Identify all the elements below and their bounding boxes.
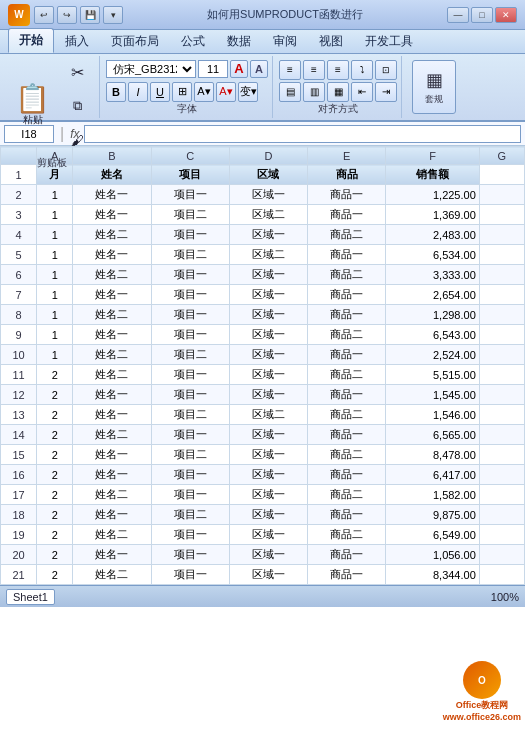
cell-g8[interactable] [479, 305, 524, 325]
cell-a13[interactable]: 2 [37, 405, 73, 425]
cell-c15[interactable]: 项目二 [151, 445, 229, 465]
ribbon-tab-数据[interactable]: 数据 [216, 29, 262, 53]
cell-f8[interactable]: 1,298.00 [386, 305, 479, 325]
cell-e3[interactable]: 商品一 [308, 205, 386, 225]
row-number[interactable]: 3 [1, 205, 37, 225]
cell-c21[interactable]: 项目一 [151, 565, 229, 585]
border-button[interactable]: ⊞ [172, 82, 192, 102]
cell-g3[interactable] [479, 205, 524, 225]
cell-f20[interactable]: 1,056.00 [386, 545, 479, 565]
cell-c4[interactable]: 项目一 [151, 225, 229, 245]
cell-c13[interactable]: 项目二 [151, 405, 229, 425]
cell-c19[interactable]: 项目一 [151, 525, 229, 545]
cell-c2[interactable]: 项目一 [151, 185, 229, 205]
cell-f4[interactable]: 2,483.00 [386, 225, 479, 245]
row-number[interactable]: 6 [1, 265, 37, 285]
cell-c20[interactable]: 项目一 [151, 545, 229, 565]
cell-e8[interactable]: 商品一 [308, 305, 386, 325]
cell-b6[interactable]: 姓名二 [73, 265, 151, 285]
cell-c16[interactable]: 项目一 [151, 465, 229, 485]
cut-button[interactable]: ✂ [59, 56, 95, 88]
cell-a16[interactable]: 2 [37, 465, 73, 485]
cell-b19[interactable]: 姓名二 [73, 525, 151, 545]
cell-e2[interactable]: 商品一 [308, 185, 386, 205]
cell-e19[interactable]: 商品二 [308, 525, 386, 545]
row-number[interactable]: 7 [1, 285, 37, 305]
cell-f6[interactable]: 3,333.00 [386, 265, 479, 285]
row-number[interactable]: 13 [1, 405, 37, 425]
cell-f16[interactable]: 6,417.00 [386, 465, 479, 485]
cell-c6[interactable]: 项目一 [151, 265, 229, 285]
cell-e10[interactable]: 商品一 [308, 345, 386, 365]
cell-c17[interactable]: 项目一 [151, 485, 229, 505]
cell-g1[interactable] [479, 165, 524, 185]
cell-c3[interactable]: 项目二 [151, 205, 229, 225]
cell-f11[interactable]: 5,515.00 [386, 365, 479, 385]
cell-e18[interactable]: 商品一 [308, 505, 386, 525]
font-family-select[interactable]: 仿宋_GB2312 [106, 60, 196, 78]
row-number[interactable]: 17 [1, 485, 37, 505]
sheet-tab[interactable]: Sheet1 [6, 589, 55, 605]
col-header-d[interactable]: D [229, 147, 307, 165]
col-header-g[interactable]: G [479, 147, 524, 165]
row-number[interactable]: 20 [1, 545, 37, 565]
cell-b4[interactable]: 姓名二 [73, 225, 151, 245]
cell-b8[interactable]: 姓名二 [73, 305, 151, 325]
cell-g12[interactable] [479, 385, 524, 405]
formula-input[interactable] [84, 125, 522, 143]
align-top-right-button[interactable]: ≡ [327, 60, 349, 80]
maximize-button[interactable]: □ [471, 7, 493, 23]
cell-styles-button[interactable]: ▦ 套规 [412, 60, 456, 114]
cell-f15[interactable]: 8,478.00 [386, 445, 479, 465]
cell-a3[interactable]: 1 [37, 205, 73, 225]
cell-f2[interactable]: 1,225.00 [386, 185, 479, 205]
cell-d7[interactable]: 区域一 [229, 285, 307, 305]
cell-b11[interactable]: 姓名二 [73, 365, 151, 385]
font-increase-button[interactable]: A [230, 60, 248, 78]
cell-g5[interactable] [479, 245, 524, 265]
cell-e20[interactable]: 商品一 [308, 545, 386, 565]
align-top-left-button[interactable]: ≡ [279, 60, 301, 80]
cell-c18[interactable]: 项目二 [151, 505, 229, 525]
cell-d12[interactable]: 区域一 [229, 385, 307, 405]
cell-e11[interactable]: 商品二 [308, 365, 386, 385]
cell-b12[interactable]: 姓名一 [73, 385, 151, 405]
cell-g14[interactable] [479, 425, 524, 445]
cell-d10[interactable]: 区域一 [229, 345, 307, 365]
cell-c1[interactable]: 项目 [151, 165, 229, 185]
row-number[interactable]: 5 [1, 245, 37, 265]
cell-a5[interactable]: 1 [37, 245, 73, 265]
undo-button[interactable]: ↩ [34, 6, 54, 24]
cell-f14[interactable]: 6,565.00 [386, 425, 479, 445]
cell-a9[interactable]: 1 [37, 325, 73, 345]
cell-e5[interactable]: 商品一 [308, 245, 386, 265]
cell-c12[interactable]: 项目一 [151, 385, 229, 405]
cell-b21[interactable]: 姓名二 [73, 565, 151, 585]
cell-a4[interactable]: 1 [37, 225, 73, 245]
cell-d17[interactable]: 区域一 [229, 485, 307, 505]
cell-d15[interactable]: 区域一 [229, 445, 307, 465]
ribbon-tab-公式[interactable]: 公式 [170, 29, 216, 53]
cell-b13[interactable]: 姓名一 [73, 405, 151, 425]
cell-e7[interactable]: 商品一 [308, 285, 386, 305]
font-color-button[interactable]: A▾ [216, 82, 236, 102]
save-button[interactable]: 💾 [80, 6, 100, 24]
cell-a11[interactable]: 2 [37, 365, 73, 385]
row-number[interactable]: 11 [1, 365, 37, 385]
cell-f18[interactable]: 9,875.00 [386, 505, 479, 525]
cell-d13[interactable]: 区域二 [229, 405, 307, 425]
cell-d14[interactable]: 区域一 [229, 425, 307, 445]
cell-b3[interactable]: 姓名一 [73, 205, 151, 225]
underline-button[interactable]: U [150, 82, 170, 102]
cell-a12[interactable]: 2 [37, 385, 73, 405]
cell-f9[interactable]: 6,543.00 [386, 325, 479, 345]
customize-button[interactable]: ▾ [103, 6, 123, 24]
cell-d18[interactable]: 区域一 [229, 505, 307, 525]
cell-d20[interactable]: 区域一 [229, 545, 307, 565]
cell-g10[interactable] [479, 345, 524, 365]
cell-c14[interactable]: 项目一 [151, 425, 229, 445]
ribbon-tab-页面布局[interactable]: 页面布局 [100, 29, 170, 53]
cell-g7[interactable] [479, 285, 524, 305]
cell-a7[interactable]: 1 [37, 285, 73, 305]
wrap-text-button[interactable]: ⤵ [351, 60, 373, 80]
